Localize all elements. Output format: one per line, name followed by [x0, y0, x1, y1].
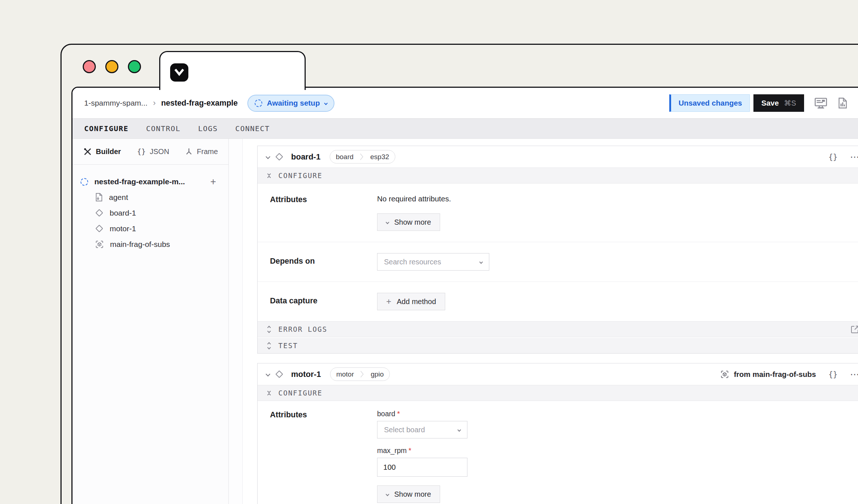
- collapse-section-icon: [268, 390, 270, 396]
- chevron-down-icon: [324, 101, 328, 105]
- agent-file-icon: [95, 193, 103, 202]
- mode-json[interactable]: {} JSON: [137, 147, 169, 156]
- type-tag: board: [330, 153, 360, 161]
- breadcrumb-parent[interactable]: 1-spammy-spam...: [84, 99, 148, 107]
- depends-on-select[interactable]: Search resources: [377, 253, 489, 271]
- chevron-down-icon: [386, 220, 389, 224]
- braces-icon: {}: [137, 147, 146, 156]
- tree-item-main-frag-of-subs[interactable]: main-frag-of-subs: [81, 236, 216, 252]
- depends-on-placeholder: Search resources: [384, 258, 441, 266]
- machine-part-icon: [81, 178, 88, 186]
- component-diamond-icon: [275, 370, 283, 378]
- minimize-window-icon: [105, 60, 118, 73]
- component-diamond-icon: [95, 209, 103, 217]
- show-more-button[interactable]: Show more: [377, 485, 440, 503]
- depends-on-label: Depends on: [270, 253, 377, 271]
- expand-section-icon: [268, 343, 270, 349]
- board-1-card-header: board-1 board esp32 {} ⋯: [258, 146, 858, 168]
- attributes-row: Attributes board* Select board max_rpm*: [258, 401, 858, 504]
- save-shortcut: ⌘S: [784, 99, 796, 107]
- machine-name: nested-frag-example: [161, 99, 238, 108]
- tab-control[interactable]: CONTROL: [146, 124, 181, 133]
- motor-1-card-header: motor-1 motor gpio: [258, 363, 858, 385]
- plus-icon: +: [386, 297, 391, 306]
- maximize-window-icon: [128, 60, 141, 73]
- error-logs-section-header[interactable]: ERROR LOGS: [258, 321, 858, 337]
- resource-type-tags: board esp32: [330, 150, 395, 164]
- app-panel: 1-spammy-spam... › nested-frag-example A…: [71, 87, 858, 504]
- collapse-card-icon[interactable]: [266, 154, 270, 159]
- max-rpm-input[interactable]: [377, 458, 467, 477]
- no-attributes-text: No required attributes.: [377, 194, 858, 203]
- viam-logo-icon: [170, 63, 188, 82]
- close-window-icon: [83, 60, 96, 73]
- component-diamond-icon: [95, 225, 103, 232]
- json-view-icon[interactable]: {}: [828, 153, 838, 161]
- show-more-button[interactable]: Show more: [377, 213, 440, 231]
- required-asterisk: *: [397, 410, 400, 418]
- motor-1-card: motor-1 motor gpio: [257, 363, 858, 504]
- resource-tree: nested-frag-example-m... + agent board-1: [73, 165, 228, 252]
- tab-configure[interactable]: CONFIGURE: [84, 124, 129, 133]
- configure-sidebar: Builder {} JSON Frame: [73, 139, 229, 504]
- card-title: motor-1: [291, 370, 321, 379]
- tools-icon: [83, 147, 92, 156]
- expand-section-icon: [268, 326, 270, 332]
- data-capture-row: Data capture + Add method: [258, 281, 858, 321]
- machine-nav-tabs: CONFIGURE CONTROL LOGS CONNECT: [73, 118, 858, 139]
- machine-status-badge[interactable]: Awaiting setup: [247, 95, 334, 112]
- component-diamond-icon: [275, 153, 283, 161]
- mode-frame[interactable]: Frame: [185, 147, 218, 156]
- attributes-label: Attributes: [270, 410, 377, 503]
- board-select-placeholder: Select board: [384, 426, 425, 434]
- tag-separator-icon: [360, 367, 365, 381]
- window-controls: [83, 60, 141, 73]
- card-title: board-1: [291, 152, 321, 162]
- configure-section-header[interactable]: CONFIGURE: [258, 385, 858, 401]
- add-method-button[interactable]: + Add method: [377, 293, 445, 310]
- json-view-icon[interactable]: {}: [828, 370, 838, 379]
- chevron-down-icon: [479, 260, 483, 264]
- tree-item-motor-1[interactable]: motor-1: [81, 221, 216, 236]
- card-menu-icon[interactable]: ⋯: [850, 370, 858, 379]
- sidebar-gutter: [229, 139, 243, 504]
- test-section-header[interactable]: TEST: [258, 337, 858, 353]
- resource-type-tags: motor gpio: [330, 367, 390, 381]
- card-menu-icon[interactable]: ⋯: [850, 152, 858, 162]
- depends-on-row: Depends on Search resources: [258, 242, 858, 281]
- fragment-icon: [95, 240, 104, 249]
- configure-section-header[interactable]: CONFIGURE: [258, 168, 858, 184]
- machine-report-icon[interactable]: [838, 97, 847, 109]
- save-button[interactable]: Save ⌘S: [753, 94, 804, 112]
- mode-builder[interactable]: Builder: [83, 147, 121, 156]
- tree-machine-part[interactable]: nested-frag-example-m... +: [81, 174, 216, 189]
- tree-item-board-1[interactable]: board-1: [81, 205, 216, 221]
- external-link-icon[interactable]: [850, 325, 858, 334]
- machine-monitor-icon[interactable]: [814, 97, 828, 109]
- collapse-card-icon[interactable]: [266, 372, 270, 377]
- fragment-source-link[interactable]: from main-frag-of-subs: [720, 370, 816, 379]
- frame-axes-icon: [185, 147, 193, 155]
- data-capture-label: Data capture: [270, 293, 377, 310]
- fragment-icon: [720, 370, 729, 379]
- board-1-card: board-1 board esp32 {} ⋯: [257, 146, 858, 354]
- type-tag: motor: [330, 370, 360, 378]
- tag-separator-icon: [359, 150, 364, 164]
- board-select[interactable]: Select board: [377, 421, 467, 438]
- add-resource-button[interactable]: +: [210, 177, 216, 187]
- model-tag: gpio: [365, 370, 389, 378]
- browser-tab: [159, 51, 306, 90]
- awaiting-setup-icon: [255, 99, 262, 107]
- attributes-label: Attributes: [270, 194, 377, 231]
- required-asterisk: *: [408, 446, 411, 454]
- save-label: Save: [761, 99, 779, 107]
- tab-connect[interactable]: CONNECT: [235, 124, 270, 133]
- tree-item-agent[interactable]: agent: [81, 189, 216, 205]
- board-field-label: board*: [377, 410, 858, 418]
- breadcrumb: 1-spammy-spam... › nested-frag-example: [84, 98, 238, 108]
- status-label: Awaiting setup: [267, 99, 320, 107]
- tab-logs[interactable]: LOGS: [198, 124, 218, 133]
- unsaved-changes-button[interactable]: Unsaved changes: [669, 94, 749, 112]
- view-mode-toggle: Builder {} JSON Frame: [73, 139, 228, 165]
- collapse-section-icon: [268, 173, 270, 179]
